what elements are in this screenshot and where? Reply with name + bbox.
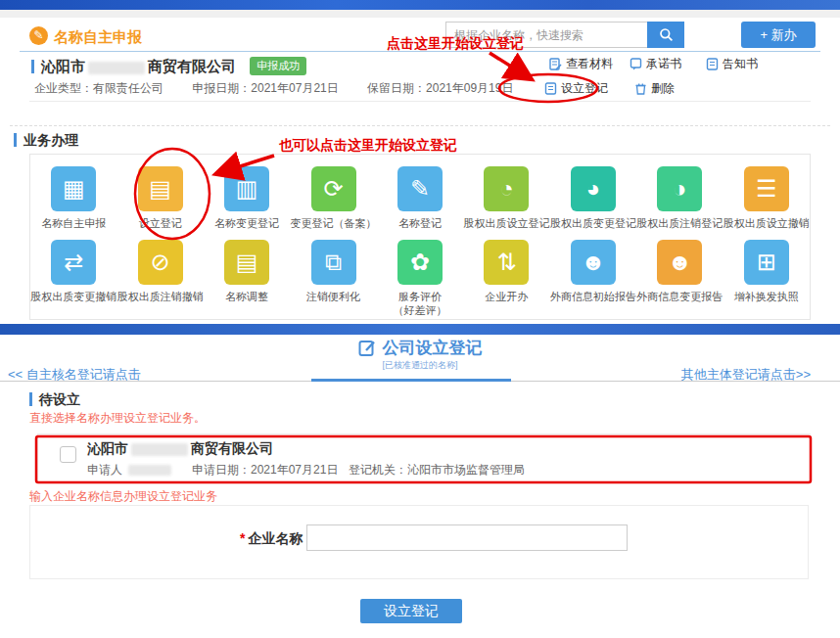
arrow-top: [490, 53, 527, 76]
tile-label: 名称自主申报: [41, 217, 106, 231]
title-bar: [31, 60, 34, 73]
cancel-facilitate-icon[interactable]: ⧉: [311, 240, 356, 285]
tile-label: 名称登记: [398, 217, 442, 231]
input-hint: 输入企业名称信息办理设立登记业务: [29, 488, 217, 505]
setup-submit-button[interactable]: 设立登记: [360, 599, 462, 623]
annotation-top: 点击这里开始设立登记: [387, 35, 524, 53]
name-declare-icon[interactable]: ▦: [51, 166, 96, 211]
section-separator: [0, 324, 840, 335]
company-name: 沁阳市商贸有限公司 申报成功: [31, 57, 306, 76]
business-tile-4[interactable]: ⟳变更登记（备案）: [290, 166, 376, 232]
annotation-grid: 也可以点击这里开始设立登记: [279, 137, 457, 155]
search-button[interactable]: [647, 22, 684, 48]
reserve-date: 保留日期：2021年09月19日: [367, 81, 513, 95]
applicant-label: 申请人: [87, 463, 122, 477]
tile-label: 增补换发执照: [734, 291, 799, 304]
pending-section-title: 待设立: [29, 391, 80, 409]
pledge-setup-icon[interactable]: ◔: [484, 166, 529, 211]
declare-date: 申报日期：2021年07月21日: [192, 81, 338, 95]
license-reissue-icon[interactable]: ⊞: [744, 240, 789, 285]
doc-icon: [706, 58, 719, 70]
pledge-change-revoke-icon[interactable]: ⇄: [51, 240, 96, 285]
foreign-change-report-icon[interactable]: ☻: [657, 240, 702, 285]
business-tile-16[interactable]: ☻外商信息初始报告: [550, 240, 636, 319]
change-record-icon[interactable]: ⟳: [311, 166, 356, 211]
redacted-applicant: [128, 465, 171, 476]
pledge-setup-revoke-icon[interactable]: ☰: [744, 166, 789, 211]
registration-authority: 登记机关：沁阳市市场监督管理局: [349, 462, 603, 478]
name-change-icon[interactable]: ▥: [224, 166, 269, 211]
tile-label: 股权出质变更登记: [550, 217, 636, 231]
business-section-title: 业务办理: [14, 132, 78, 150]
business-tile-2[interactable]: ▤设立登记: [117, 166, 203, 232]
business-tile-14[interactable]: ✿服务评价 （好差评）: [377, 240, 463, 319]
candidate-name: 沁阳市商贸有限公司: [87, 440, 273, 458]
status-badge: 申报成功: [250, 57, 306, 75]
business-tile-7[interactable]: ◕股权出质变更登记: [550, 166, 636, 232]
business-tile-15[interactable]: ⇅企业开办: [463, 240, 549, 319]
view-materials-link[interactable]: 查看材料: [549, 56, 613, 72]
candidate-info: 申请人 申请日期：2021年07月21日 登记机关：沁阳市市场监督管理局: [87, 462, 174, 478]
tile-label: 名称变更登记: [214, 217, 279, 231]
name-register-icon[interactable]: ✎: [397, 166, 443, 211]
company-type: 企业类型：有限责任公司: [34, 81, 163, 95]
title-bar: [14, 133, 17, 147]
select-hint: 直接选择名称办理设立登记业务。: [29, 410, 206, 427]
company-meta: 企业类型：有限责任公司 申报日期：2021年07月21日 保留日期：2021年0…: [34, 80, 538, 97]
tile-label: 股权出质注销撤销: [117, 291, 204, 304]
business-tile-3[interactable]: ▥名称变更登记: [204, 166, 290, 232]
setup-register-icon[interactable]: ▤: [138, 166, 183, 211]
pledge-cancel-icon[interactable]: ◑: [657, 166, 702, 211]
setup-register-link[interactable]: 设立登记: [544, 80, 608, 97]
business-tile-18[interactable]: ⊞增补换发执照: [723, 240, 810, 319]
card-divider: [29, 101, 811, 102]
tile-label: 设立登记: [139, 217, 182, 231]
delete-link[interactable]: 删除: [634, 80, 675, 97]
tile-label: 股权出质变更撤销: [30, 291, 117, 304]
candidate-checkbox[interactable]: [60, 446, 76, 463]
required-mark: *: [240, 530, 245, 546]
tile-label: 股权出质设立撤销: [723, 217, 810, 231]
tile-label: 变更登记（备案）: [291, 217, 377, 231]
business-tile-17[interactable]: ☻外商信息变更报告: [636, 240, 723, 319]
pledge-change-icon[interactable]: ◕: [571, 166, 616, 211]
business-tile-11[interactable]: ⊘股权出质注销撤销: [117, 240, 203, 319]
active-tab-indicator: [311, 379, 511, 382]
business-tile-13[interactable]: ⧉注销便利化: [290, 240, 376, 319]
notice-letter-link[interactable]: 告知书: [706, 56, 758, 72]
setup-title: 公司设立登记: [0, 337, 840, 359]
gray-strip: [0, 10, 840, 18]
section-divider: [10, 125, 830, 126]
declare-badge-icon: ✎: [29, 26, 48, 45]
new-apply-button[interactable]: + 新办: [741, 22, 816, 48]
company-name-input[interactable]: [306, 524, 628, 551]
service-review-icon[interactable]: ✿: [397, 240, 443, 285]
redacted-name: [88, 62, 145, 74]
search-icon: [659, 27, 674, 42]
business-tile-1[interactable]: ▦名称自主申报: [30, 166, 117, 232]
candidate-row[interactable]: 沁阳市商贸有限公司 申请人 申请日期：2021年07月21日 登记机关：沁阳市市…: [37, 433, 811, 482]
pledge-cancel-revoke-icon[interactable]: ⊘: [138, 240, 183, 285]
company-name-label: *企业名称：: [240, 530, 316, 548]
commitment-letter-link[interactable]: 承诺书: [630, 56, 681, 72]
tile-label: 名称调整: [225, 291, 268, 304]
doc-note-icon: [630, 58, 642, 70]
business-tile-12[interactable]: ▤名称调整: [204, 240, 290, 319]
top-banner: [0, 0, 840, 10]
tile-label: 外商信息初始报告: [550, 291, 636, 304]
name-form-panel: *企业名称：: [29, 505, 809, 579]
business-tile-5[interactable]: ✎名称登记: [377, 166, 463, 232]
business-grid: ▦名称自主申报▤设立登记▥名称变更登记⟳变更登记（备案）✎名称登记◔股权出质设立…: [29, 154, 811, 320]
tile-label: 股权出质注销登记: [636, 217, 723, 231]
page-title: 名称自主申报: [54, 28, 142, 47]
enterprise-open-icon[interactable]: ⇅: [484, 240, 529, 285]
business-tile-8[interactable]: ◑股权出质注销登记: [636, 166, 723, 232]
foreign-initial-report-icon[interactable]: ☻: [571, 240, 616, 285]
business-tile-6[interactable]: ◔股权出质设立登记: [463, 166, 549, 232]
business-tile-10[interactable]: ⇄股权出质变更撤销: [30, 240, 117, 319]
business-tile-9[interactable]: ☰股权出质设立撤销: [723, 166, 810, 232]
redacted-name: [131, 443, 188, 456]
page: ✎ 名称自主申报 + 新办 沁阳市商贸有限公司 申报成功 企业类型：有限责任公司…: [0, 0, 840, 638]
title-bar: [29, 392, 32, 406]
name-adjust-icon[interactable]: ▤: [224, 240, 269, 285]
